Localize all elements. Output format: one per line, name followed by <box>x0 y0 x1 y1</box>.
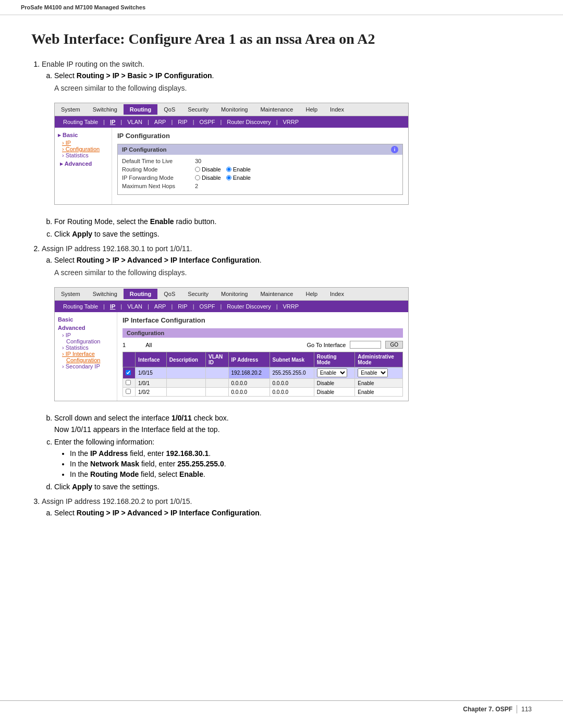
ui-screenshot-1: System Switching Routing QoS Security Mo… <box>54 103 409 205</box>
sidebar-ip-link-2[interactable]: › IP <box>58 332 114 338</box>
sub-rip-1[interactable]: RIP <box>174 118 191 126</box>
td-routing-1[interactable]: EnableDisable <box>314 367 355 379</box>
td-vlan-1 <box>206 367 229 379</box>
sub-vlan-2[interactable]: VLAN <box>123 302 146 311</box>
step-2c: Enter the following information: In the … <box>54 438 532 478</box>
bullet-item-2: In the Network Mask field, enter 255.255… <box>70 460 532 468</box>
sub-nav-1: Routing Table | IP | VLAN | ARP | RIP | … <box>55 116 408 128</box>
nav-routing-1[interactable]: Routing <box>124 104 158 115</box>
step-2b-bold: 1/0/11 <box>172 414 192 422</box>
routing-mode-select-1[interactable]: EnableDisable <box>317 368 347 377</box>
sidebar-iface-link-2[interactable]: › IP Interface <box>58 351 114 357</box>
step-3a-text: Select Routing > IP > Advanced > IP Inte… <box>54 509 262 517</box>
radio-routing-disable-input[interactable] <box>195 167 200 172</box>
table-row: 1/0/2 0.0.0.0 0.0.0.0 Disable Enable <box>123 388 403 397</box>
td-vlan-2 <box>206 379 229 388</box>
nav-switching-1[interactable]: Switching <box>87 104 124 115</box>
nav-security-1[interactable]: Security <box>181 104 215 115</box>
nav-help-2[interactable]: Help <box>299 289 324 299</box>
row-2-checkbox[interactable] <box>126 380 131 385</box>
page-footer: Chapter 7. OSPF 113 <box>0 700 563 718</box>
step-2a-text: Select Routing > IP > Advanced > IP Inte… <box>54 256 262 264</box>
step-2a-bold: Routing > IP > Advanced > IP Interface C… <box>77 256 260 264</box>
sub-arp-2[interactable]: ARP <box>150 302 170 311</box>
header-title: ProSafe M4100 and M7100 Managed Switches <box>21 4 145 10</box>
nav-index-2[interactable]: Index <box>324 289 350 299</box>
sub-arp-1[interactable]: ARP <box>150 118 170 126</box>
sub-vrrp-1[interactable]: VRRP <box>279 118 303 126</box>
nav-maintenance-2[interactable]: Maintenance <box>254 289 299 299</box>
nav-monitoring-1[interactable]: Monitoring <box>215 104 254 115</box>
td-admin-1[interactable]: EnableDisable <box>355 367 403 379</box>
nav-switching-2[interactable]: Switching <box>87 289 124 299</box>
nav-help-1[interactable]: Help <box>299 104 324 115</box>
nav-index-1[interactable]: Index <box>324 104 350 115</box>
config-section-header-2: Configuration <box>123 328 403 338</box>
sub-ip-1[interactable]: IP <box>106 118 119 126</box>
nav-maintenance-1[interactable]: Maintenance <box>254 104 299 115</box>
step-1c-bold: Apply <box>72 230 92 238</box>
bullet-routing-value: Enable <box>179 470 203 478</box>
sub-vrrp-2[interactable]: VRRP <box>279 302 303 311</box>
td-iface-1: 1/0/15 <box>135 367 166 379</box>
radio-routing-disable[interactable]: Disable <box>195 166 221 172</box>
sub-routing-table-2[interactable]: Routing Table <box>59 302 102 311</box>
nav-system-1[interactable]: System <box>55 104 87 115</box>
td-subnet-3: 0.0.0.0 <box>270 388 314 397</box>
radio-routing-enable[interactable]: Enable <box>226 166 251 172</box>
step-2d-bold: Apply <box>72 483 92 491</box>
config-label-ip-fwd: IP Forwarding Mode <box>122 175 195 181</box>
td-check-2[interactable] <box>123 379 136 388</box>
radio-ipfwd-enable-input[interactable] <box>226 175 231 180</box>
config-row-max-hops: Maximum Next Hops 2 <box>122 183 398 189</box>
sub-ospf-1[interactable]: OSPF <box>195 118 219 126</box>
step-1a-text: Select Routing > IP > Basic > IP Configu… <box>54 71 214 80</box>
nav-security-2[interactable]: Security <box>181 289 215 299</box>
sub-router-discovery-1[interactable]: Router Discovery <box>223 118 275 126</box>
go-to-row: 1 All Go To Interface GO <box>123 341 403 349</box>
goto-input[interactable] <box>350 341 381 349</box>
goto-button[interactable]: GO <box>385 341 403 349</box>
radio-ipfwd-disable-input[interactable] <box>195 175 200 180</box>
sub-rip-2[interactable]: RIP <box>174 302 191 311</box>
sidebar-stats-link-2[interactable]: › Statistics <box>58 344 114 351</box>
sidebar-ip-link-1[interactable]: › IP <box>58 140 108 146</box>
td-routing-3: Disable <box>314 388 355 397</box>
sidebar-iface-config-link-2[interactable]: Configuration <box>58 357 114 363</box>
screen-note-2: A screen similar to the following displa… <box>54 268 532 277</box>
td-subnet-2: 0.0.0.0 <box>270 379 314 388</box>
sidebar-basic-label-2: Basic <box>58 316 114 323</box>
main-area-2: IP Interface Configuration Configuration… <box>117 312 408 401</box>
th-interface: Interface <box>135 352 166 367</box>
sub-routing-table-1[interactable]: Routing Table <box>59 118 102 126</box>
step-1a: Select Routing > IP > Basic > IP Configu… <box>54 71 532 213</box>
sidebar-config-link-1[interactable]: › Configuration <box>58 146 108 152</box>
radio-ipfwd-disable[interactable]: Disable <box>195 175 221 181</box>
sidebar-stats-link-1[interactable]: › Statistics <box>58 152 108 158</box>
radio-ipfwd-enable[interactable]: Enable <box>226 175 251 181</box>
radio-routing-enable-input[interactable] <box>226 167 231 172</box>
th-description: Description <box>166 352 205 367</box>
td-check-1[interactable] <box>123 367 136 379</box>
th-check <box>123 352 136 367</box>
bullet-item-3: In the Routing Mode field, select Enable… <box>70 470 532 478</box>
sub-ip-2[interactable]: IP <box>106 302 119 311</box>
sub-ospf-2[interactable]: OSPF <box>195 302 219 311</box>
td-check-3[interactable] <box>123 388 136 397</box>
sidebar-basic-1: ▸ Basic › IP › Configuration › Statistic… <box>58 132 108 158</box>
nav-qos-1[interactable]: QoS <box>157 104 181 115</box>
sub-vlan-1[interactable]: VLAN <box>123 118 146 126</box>
step-1c-text: Click Apply to save the settings. <box>54 230 160 238</box>
nav-system-2[interactable]: System <box>55 289 87 299</box>
sidebar-2: Basic Advanced › IP Configuration › Stat… <box>55 312 117 401</box>
nav-qos-2[interactable]: QoS <box>157 289 181 299</box>
row-3-checkbox[interactable] <box>126 389 131 394</box>
nav-monitoring-2[interactable]: Monitoring <box>215 289 254 299</box>
row-1-checkbox[interactable] <box>126 370 131 375</box>
sidebar-secondary-link-2[interactable]: › Secondary IP <box>58 363 114 369</box>
admin-mode-select-1[interactable]: EnableDisable <box>358 368 388 377</box>
sub-router-discovery-2[interactable]: Router Discovery <box>223 302 275 311</box>
config-label-ttl: Default Time to Live <box>122 158 195 164</box>
nav-routing-2[interactable]: Routing <box>124 289 158 299</box>
sidebar-config-link-2[interactable]: Configuration <box>58 338 114 344</box>
